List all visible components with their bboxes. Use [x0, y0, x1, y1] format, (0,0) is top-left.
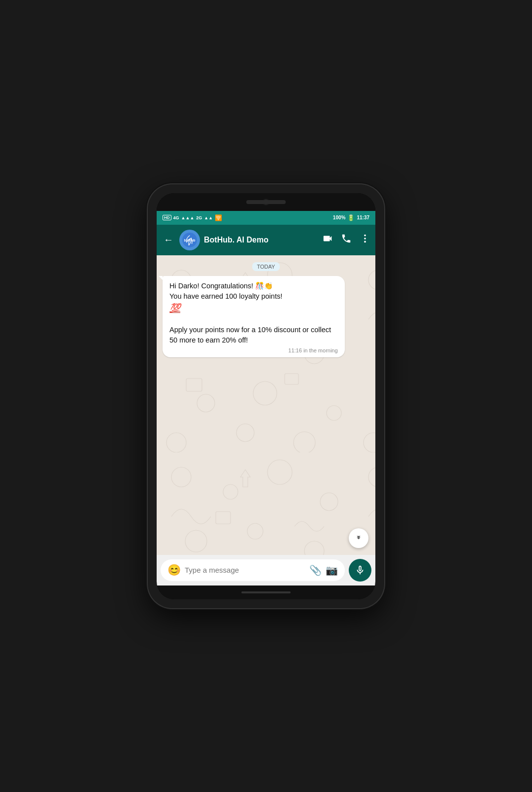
- 2g-badge: 2G: [196, 215, 202, 220]
- voice-call-button[interactable]: [341, 233, 352, 246]
- header-icons: [322, 233, 370, 246]
- scroll-down-button[interactable]: [349, 528, 368, 548]
- battery-icon: 🔋: [347, 214, 355, 221]
- wa-header: ← bothub BotHub. AI Demo: [157, 225, 375, 255]
- chat-content: TODAY Hi Darko! Congratulations! 🎊👏 You …: [157, 255, 375, 555]
- phone-frame: HD 4G ▲▲▲ 2G ▲▲ 🛜 100% 🔋 11:37 ←: [148, 184, 384, 608]
- battery-percent: 100%: [333, 215, 346, 220]
- signal-2g-icon: ▲▲: [204, 215, 213, 220]
- avatar: bothub: [179, 230, 200, 250]
- phone-top-bar: [157, 193, 375, 211]
- date-badge-text: TODAY: [252, 262, 280, 271]
- avatar-inner: bothub: [179, 230, 200, 250]
- message-line2: You have earned 100 loyalty points!: [169, 292, 282, 300]
- date-badge: TODAY: [163, 262, 369, 271]
- message-line1: Hi Darko! Congratulations! 🎊👏: [169, 282, 273, 290]
- message-line3: Apply your points now for a 10% discount…: [169, 326, 331, 344]
- status-left: HD 4G ▲▲▲ 2G ▲▲ 🛜: [163, 214, 222, 221]
- message-bubble: Hi Darko! Congratulations! 🎊👏 You have e…: [163, 276, 345, 357]
- video-call-button[interactable]: [322, 233, 333, 246]
- message-text: Hi Darko! Congratulations! 🎊👏 You have e…: [169, 281, 338, 345]
- camera-button[interactable]: 📷: [326, 564, 338, 576]
- more-options-button[interactable]: [360, 233, 370, 246]
- chat-area: TODAY Hi Darko! Congratulations! 🎊👏 You …: [157, 255, 375, 555]
- hd-badge: HD: [163, 215, 171, 220]
- mic-button[interactable]: [349, 559, 371, 582]
- emoji-button[interactable]: 😊: [167, 564, 181, 577]
- hundred-emoji: 💯: [169, 302, 180, 314]
- clock: 11:37: [357, 215, 369, 220]
- phone-inner: HD 4G ▲▲▲ 2G ▲▲ 🛜 100% 🔋 11:37 ←: [157, 193, 375, 599]
- back-button[interactable]: ←: [162, 232, 175, 247]
- contact-info: BotHub. AI Demo: [204, 236, 318, 244]
- speaker-bar: [246, 200, 286, 204]
- contact-name: BotHub. AI Demo: [204, 236, 318, 244]
- wifi-icon: 🛜: [215, 214, 222, 221]
- signal-4g-icon: ▲▲▲: [181, 215, 195, 220]
- chat-spacer: [163, 357, 369, 551]
- home-bar: [241, 591, 291, 593]
- 4g-badge: 4G: [173, 215, 179, 220]
- message-time: 11:16 in the morning: [169, 347, 338, 353]
- status-right: 100% 🔋 11:37: [333, 214, 369, 221]
- input-wrapper: 😊 📎 📷: [161, 559, 345, 581]
- input-bar: 😊 📎 📷: [157, 555, 375, 585]
- status-bar: HD 4G ▲▲▲ 2G ▲▲ 🛜 100% 🔋 11:37: [157, 211, 375, 225]
- phone-bottom-bar: [157, 585, 375, 599]
- message-input[interactable]: [185, 566, 305, 574]
- svg-point-2: [364, 235, 366, 237]
- svg-point-3: [364, 238, 366, 240]
- svg-point-4: [364, 241, 366, 243]
- attachment-button[interactable]: 📎: [309, 564, 322, 576]
